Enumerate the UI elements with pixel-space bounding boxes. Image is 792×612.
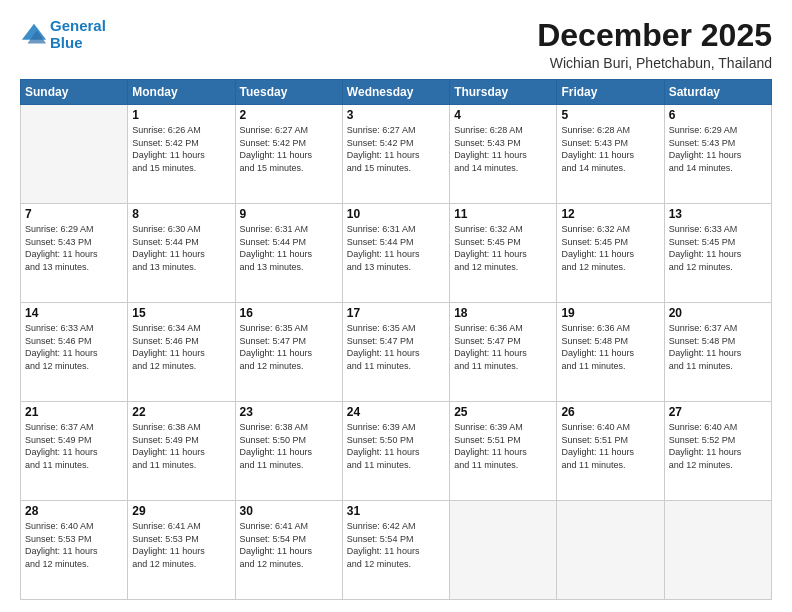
day-number: 12 [561, 207, 659, 221]
calendar-cell: 10Sunrise: 6:31 AM Sunset: 5:44 PM Dayli… [342, 204, 449, 303]
day-number: 31 [347, 504, 445, 518]
calendar: SundayMondayTuesdayWednesdayThursdayFrid… [20, 79, 772, 600]
day-number: 1 [132, 108, 230, 122]
day-of-week-header: Sunday [21, 80, 128, 105]
calendar-cell: 4Sunrise: 6:28 AM Sunset: 5:43 PM Daylig… [450, 105, 557, 204]
calendar-cell: 26Sunrise: 6:40 AM Sunset: 5:51 PM Dayli… [557, 402, 664, 501]
calendar-cell [450, 501, 557, 600]
day-number: 21 [25, 405, 123, 419]
day-number: 13 [669, 207, 767, 221]
calendar-week-row: 21Sunrise: 6:37 AM Sunset: 5:49 PM Dayli… [21, 402, 772, 501]
day-number: 27 [669, 405, 767, 419]
day-info: Sunrise: 6:33 AM Sunset: 5:45 PM Dayligh… [669, 223, 767, 273]
day-number: 24 [347, 405, 445, 419]
page: General Blue December 2025 Wichian Buri,… [0, 0, 792, 612]
calendar-week-row: 14Sunrise: 6:33 AM Sunset: 5:46 PM Dayli… [21, 303, 772, 402]
day-info: Sunrise: 6:37 AM Sunset: 5:49 PM Dayligh… [25, 421, 123, 471]
location: Wichian Buri, Phetchabun, Thailand [537, 55, 772, 71]
calendar-cell: 8Sunrise: 6:30 AM Sunset: 5:44 PM Daylig… [128, 204, 235, 303]
day-number: 26 [561, 405, 659, 419]
header: General Blue December 2025 Wichian Buri,… [20, 18, 772, 71]
day-of-week-header: Saturday [664, 80, 771, 105]
calendar-cell: 7Sunrise: 6:29 AM Sunset: 5:43 PM Daylig… [21, 204, 128, 303]
day-number: 18 [454, 306, 552, 320]
day-info: Sunrise: 6:26 AM Sunset: 5:42 PM Dayligh… [132, 124, 230, 174]
calendar-cell: 6Sunrise: 6:29 AM Sunset: 5:43 PM Daylig… [664, 105, 771, 204]
calendar-cell: 20Sunrise: 6:37 AM Sunset: 5:48 PM Dayli… [664, 303, 771, 402]
calendar-cell: 13Sunrise: 6:33 AM Sunset: 5:45 PM Dayli… [664, 204, 771, 303]
calendar-cell: 14Sunrise: 6:33 AM Sunset: 5:46 PM Dayli… [21, 303, 128, 402]
calendar-cell: 2Sunrise: 6:27 AM Sunset: 5:42 PM Daylig… [235, 105, 342, 204]
day-number: 3 [347, 108, 445, 122]
calendar-cell: 3Sunrise: 6:27 AM Sunset: 5:42 PM Daylig… [342, 105, 449, 204]
day-info: Sunrise: 6:31 AM Sunset: 5:44 PM Dayligh… [240, 223, 338, 273]
day-number: 20 [669, 306, 767, 320]
calendar-week-row: 1Sunrise: 6:26 AM Sunset: 5:42 PM Daylig… [21, 105, 772, 204]
day-info: Sunrise: 6:32 AM Sunset: 5:45 PM Dayligh… [561, 223, 659, 273]
day-of-week-header: Wednesday [342, 80, 449, 105]
general-blue-logo-icon [20, 21, 48, 49]
day-number: 30 [240, 504, 338, 518]
calendar-cell: 18Sunrise: 6:36 AM Sunset: 5:47 PM Dayli… [450, 303, 557, 402]
day-info: Sunrise: 6:41 AM Sunset: 5:53 PM Dayligh… [132, 520, 230, 570]
day-number: 14 [25, 306, 123, 320]
day-info: Sunrise: 6:35 AM Sunset: 5:47 PM Dayligh… [347, 322, 445, 372]
calendar-cell: 16Sunrise: 6:35 AM Sunset: 5:47 PM Dayli… [235, 303, 342, 402]
calendar-cell: 19Sunrise: 6:36 AM Sunset: 5:48 PM Dayli… [557, 303, 664, 402]
calendar-cell: 30Sunrise: 6:41 AM Sunset: 5:54 PM Dayli… [235, 501, 342, 600]
logo-text: General Blue [50, 18, 106, 51]
day-number: 28 [25, 504, 123, 518]
day-of-week-header: Friday [557, 80, 664, 105]
day-info: Sunrise: 6:40 AM Sunset: 5:51 PM Dayligh… [561, 421, 659, 471]
title-block: December 2025 Wichian Buri, Phetchabun, … [537, 18, 772, 71]
calendar-week-row: 28Sunrise: 6:40 AM Sunset: 5:53 PM Dayli… [21, 501, 772, 600]
calendar-cell: 25Sunrise: 6:39 AM Sunset: 5:51 PM Dayli… [450, 402, 557, 501]
calendar-cell: 23Sunrise: 6:38 AM Sunset: 5:50 PM Dayli… [235, 402, 342, 501]
calendar-cell: 21Sunrise: 6:37 AM Sunset: 5:49 PM Dayli… [21, 402, 128, 501]
calendar-cell: 11Sunrise: 6:32 AM Sunset: 5:45 PM Dayli… [450, 204, 557, 303]
day-number: 22 [132, 405, 230, 419]
day-info: Sunrise: 6:27 AM Sunset: 5:42 PM Dayligh… [347, 124, 445, 174]
calendar-cell: 22Sunrise: 6:38 AM Sunset: 5:49 PM Dayli… [128, 402, 235, 501]
day-number: 9 [240, 207, 338, 221]
day-info: Sunrise: 6:33 AM Sunset: 5:46 PM Dayligh… [25, 322, 123, 372]
day-number: 11 [454, 207, 552, 221]
day-info: Sunrise: 6:38 AM Sunset: 5:49 PM Dayligh… [132, 421, 230, 471]
day-info: Sunrise: 6:36 AM Sunset: 5:47 PM Dayligh… [454, 322, 552, 372]
day-info: Sunrise: 6:37 AM Sunset: 5:48 PM Dayligh… [669, 322, 767, 372]
calendar-cell [557, 501, 664, 600]
calendar-cell: 27Sunrise: 6:40 AM Sunset: 5:52 PM Dayli… [664, 402, 771, 501]
day-info: Sunrise: 6:41 AM Sunset: 5:54 PM Dayligh… [240, 520, 338, 570]
day-number: 23 [240, 405, 338, 419]
day-info: Sunrise: 6:30 AM Sunset: 5:44 PM Dayligh… [132, 223, 230, 273]
day-of-week-header: Tuesday [235, 80, 342, 105]
day-info: Sunrise: 6:31 AM Sunset: 5:44 PM Dayligh… [347, 223, 445, 273]
logo: General Blue [20, 18, 106, 51]
day-number: 15 [132, 306, 230, 320]
day-number: 2 [240, 108, 338, 122]
day-info: Sunrise: 6:29 AM Sunset: 5:43 PM Dayligh… [25, 223, 123, 273]
day-info: Sunrise: 6:27 AM Sunset: 5:42 PM Dayligh… [240, 124, 338, 174]
day-info: Sunrise: 6:29 AM Sunset: 5:43 PM Dayligh… [669, 124, 767, 174]
day-info: Sunrise: 6:36 AM Sunset: 5:48 PM Dayligh… [561, 322, 659, 372]
calendar-cell: 15Sunrise: 6:34 AM Sunset: 5:46 PM Dayli… [128, 303, 235, 402]
day-info: Sunrise: 6:32 AM Sunset: 5:45 PM Dayligh… [454, 223, 552, 273]
day-info: Sunrise: 6:40 AM Sunset: 5:52 PM Dayligh… [669, 421, 767, 471]
logo-blue: Blue [50, 35, 106, 52]
day-number: 7 [25, 207, 123, 221]
day-info: Sunrise: 6:28 AM Sunset: 5:43 PM Dayligh… [561, 124, 659, 174]
calendar-cell: 17Sunrise: 6:35 AM Sunset: 5:47 PM Dayli… [342, 303, 449, 402]
day-info: Sunrise: 6:28 AM Sunset: 5:43 PM Dayligh… [454, 124, 552, 174]
day-info: Sunrise: 6:35 AM Sunset: 5:47 PM Dayligh… [240, 322, 338, 372]
day-number: 4 [454, 108, 552, 122]
calendar-cell: 29Sunrise: 6:41 AM Sunset: 5:53 PM Dayli… [128, 501, 235, 600]
day-info: Sunrise: 6:42 AM Sunset: 5:54 PM Dayligh… [347, 520, 445, 570]
calendar-cell: 24Sunrise: 6:39 AM Sunset: 5:50 PM Dayli… [342, 402, 449, 501]
calendar-cell: 5Sunrise: 6:28 AM Sunset: 5:43 PM Daylig… [557, 105, 664, 204]
day-number: 25 [454, 405, 552, 419]
calendar-cell: 12Sunrise: 6:32 AM Sunset: 5:45 PM Dayli… [557, 204, 664, 303]
day-info: Sunrise: 6:40 AM Sunset: 5:53 PM Dayligh… [25, 520, 123, 570]
calendar-cell [21, 105, 128, 204]
day-number: 17 [347, 306, 445, 320]
month-title: December 2025 [537, 18, 772, 53]
